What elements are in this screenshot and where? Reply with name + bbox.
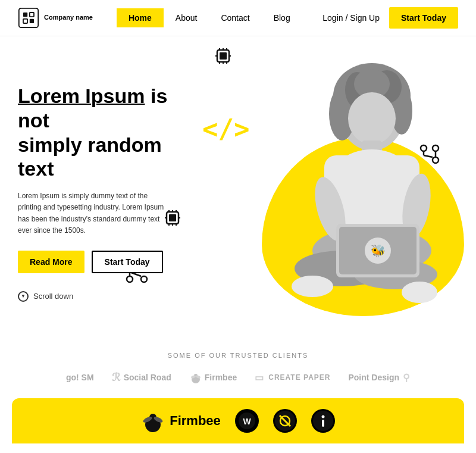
- bottom-firmbee-text: Firmbee: [170, 413, 221, 429]
- svg-point-51: [402, 282, 437, 303]
- scroll-label: Scroll down: [33, 292, 73, 301]
- svg-rect-73: [322, 420, 324, 427]
- client-firmbee-text: Firmbee: [205, 373, 237, 382]
- svg-rect-2: [30, 13, 34, 17]
- createpaper-icon: ▭: [255, 372, 264, 383]
- hero-title: Lorem Ipsum is notsimply random text: [18, 84, 202, 181]
- firmbee-bee-icon: [189, 371, 202, 384]
- bottom-wp-icon: W: [235, 409, 259, 433]
- bottom-bee-icon: [141, 409, 165, 433]
- clients-logos: go! SM ℛ Social Road Firmbee ▭ CREATE PA…: [18, 371, 458, 398]
- nav-blog[interactable]: Blog: [262, 8, 302, 27]
- logo-icon: [18, 7, 39, 29]
- hero-image: 🐝: [250, 42, 470, 328]
- bottom-s-icon: [273, 409, 297, 433]
- clients-title: SOME OF OUR TRUSTED CLIENTS: [18, 352, 458, 359]
- nav-links: Home About Contact Blog: [117, 8, 302, 27]
- nav-right: Login / Sign Up Start Today: [322, 7, 458, 29]
- client-socialroad-text: Social Road: [124, 373, 171, 382]
- client-logo-firmbee: Firmbee: [189, 371, 237, 384]
- svg-rect-0: [19, 8, 38, 27]
- navbar: Company name Home About Contact Blog Log…: [0, 0, 476, 36]
- login-link[interactable]: Login / Sign Up: [322, 13, 380, 23]
- svg-rect-6: [220, 52, 227, 60]
- scroll-circle-icon: ▼: [18, 291, 29, 302]
- svg-rect-1: [23, 13, 27, 17]
- svg-text:🐝: 🐝: [371, 243, 386, 258]
- hero-section: </> </>: [0, 36, 476, 334]
- navbar-cta-button[interactable]: Start Today: [389, 7, 458, 29]
- nav-home[interactable]: Home: [117, 8, 164, 27]
- client-gosm-text: go! SM: [66, 373, 94, 382]
- bottom-bar: Firmbee W: [12, 398, 464, 443]
- pointdesign-icon: ⚲: [403, 372, 410, 383]
- bottom-info-icon: [311, 409, 335, 433]
- svg-point-72: [321, 415, 324, 418]
- svg-point-50: [292, 276, 333, 297]
- nav-about[interactable]: About: [164, 8, 209, 27]
- nav-contact[interactable]: Contact: [209, 8, 261, 27]
- svg-text:W: W: [243, 417, 251, 426]
- scroll-down[interactable]: ▼ Scroll down: [18, 291, 202, 302]
- svg-rect-4: [30, 19, 34, 23]
- hero-text-block: Lorem Ipsum is notsimply random text Lor…: [18, 84, 202, 302]
- chip-deco-top: [214, 47, 232, 67]
- hero-buttons: Read More Start Today: [18, 251, 202, 273]
- read-more-button[interactable]: Read More: [18, 251, 84, 273]
- client-pointdesign-text: Point Design: [348, 373, 399, 382]
- client-logo-pointdesign: Point Design ⚲: [348, 372, 410, 383]
- client-logo-socialroad: ℛ Social Road: [112, 371, 171, 384]
- logo-area: Company name: [18, 7, 93, 29]
- client-createpaper-text: CREATE PAPER: [268, 373, 330, 382]
- hero-description: Lorem Ipsum is simply dummy text of the …: [18, 190, 173, 236]
- clients-section: SOME OF OUR TRUSTED CLIENTS go! SM ℛ Soc…: [0, 334, 476, 398]
- start-today-button[interactable]: Start Today: [92, 251, 163, 273]
- socialroad-r-icon: ℛ: [112, 371, 120, 384]
- code-icon-left: </>: [202, 114, 249, 144]
- client-logo-createpaper: ▭ CREATE PAPER: [255, 372, 330, 383]
- company-name-text: Company name: [44, 14, 93, 21]
- svg-point-43: [348, 92, 396, 145]
- client-logo-gosm: go! SM: [66, 373, 94, 382]
- bottom-firmbee-brand: Firmbee: [141, 409, 221, 433]
- svg-rect-3: [23, 19, 27, 23]
